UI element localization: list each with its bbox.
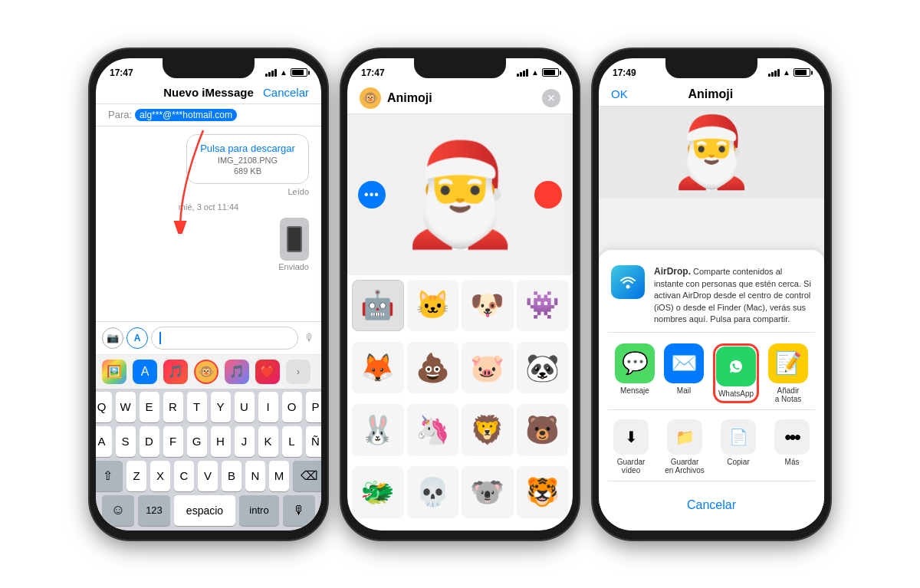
emoji-key[interactable]: ☺ [102, 495, 134, 526]
bar2-3 [771, 72, 774, 77]
to-email[interactable]: alg***@***hotmail.com [135, 109, 237, 121]
share-app-mail[interactable]: ✉️ Mail [664, 343, 704, 403]
key-intro[interactable]: intro [239, 495, 279, 526]
phone-2-screen: 17:47 ▲ [347, 58, 573, 531]
action-mas[interactable]: ••• Más [769, 419, 815, 475]
phone1-message-area: Pulsa para descargar IMG_2108.PNG 689 KB… [96, 126, 321, 321]
key-w[interactable]: W [116, 392, 136, 422]
phone-2: 17:47 ▲ [341, 49, 579, 540]
key-i[interactable]: I [258, 392, 278, 422]
appstore-icon[interactable]: A [127, 327, 148, 349]
bar4-2 [526, 69, 528, 77]
more-icon[interactable]: › [286, 360, 310, 384]
animoji-cell-dragon[interactable]: 🐲 [352, 466, 404, 518]
key-delete[interactable]: ⌫ [293, 461, 321, 491]
key-n[interactable]: N [245, 461, 265, 491]
key-h[interactable]: H [211, 426, 231, 457]
key-k[interactable]: K [258, 426, 278, 457]
ok-button[interactable]: OK [611, 87, 628, 100]
heartapp-icon[interactable]: ❤️ [255, 360, 280, 384]
key-g[interactable]: G [187, 426, 207, 457]
animoji-cell-koala[interactable]: 🐨 [462, 466, 514, 518]
key-d[interactable]: D [140, 426, 159, 457]
key-q[interactable]: Q [96, 392, 112, 422]
memoji-top-face: 🎅 [669, 112, 754, 192]
key-v[interactable]: V [198, 461, 218, 491]
guardar-archivos-icon: 📁 [667, 419, 702, 455]
key-r[interactable]: R [163, 392, 183, 422]
animoji-cell-cat[interactable]: 🐱 [407, 280, 459, 332]
key-c[interactable]: C [174, 461, 194, 491]
key-p[interactable]: P [306, 392, 322, 422]
airdrop-row: AirDrop. Comparte contenidos al instante… [608, 259, 815, 332]
animoji-cell-panda[interactable]: 🐼 [517, 342, 569, 394]
battery-fill-3 [795, 70, 807, 75]
battery-fill-1 [292, 70, 304, 75]
animoji-cell-skull[interactable]: 💀 [407, 466, 459, 518]
copiar-icon: 📄 [721, 419, 756, 455]
phone1-cancel-button[interactable]: Cancelar [263, 86, 309, 99]
key-s[interactable]: S [116, 426, 136, 457]
key-t[interactable]: T [187, 392, 207, 422]
close-button[interactable]: ✕ [542, 89, 560, 107]
key-shift[interactable]: ⇧ [96, 461, 123, 491]
key-n-tilde[interactable]: Ñ [306, 426, 322, 457]
bar1-3 [768, 74, 770, 77]
action-guardar-archivos[interactable]: 📁 Guardaren Archivos [662, 419, 708, 475]
action-guardar-video[interactable]: ⬇ Guardar vídeo [608, 419, 654, 475]
appstore-app-icon[interactable]: A [133, 360, 157, 384]
key-f[interactable]: F [163, 426, 183, 457]
mic-icon[interactable]: 🎙 [304, 332, 315, 344]
action-copiar[interactable]: 📄 Copiar [715, 419, 761, 475]
animoji-cell-dog[interactable]: 🐶 [462, 280, 514, 332]
animoji-cell-unicorn[interactable]: 🦄 [407, 404, 459, 456]
animoji-cell-poop[interactable]: 💩 [407, 342, 459, 394]
guardar-video-icon: ⬇ [613, 419, 649, 455]
message-input[interactable] [151, 327, 298, 350]
share-app-mensaje[interactable]: 💬 Mensaje [615, 343, 655, 403]
animoji-cell-bear[interactable]: 🐻 [517, 404, 569, 456]
phones-container: 17:47 ▲ [74, 34, 846, 555]
animoji-cell-fox[interactable]: 🦊 [352, 342, 404, 394]
keyboard-mic-key[interactable]: 🎙 [283, 495, 315, 526]
share-app-whatsapp[interactable]: WhatsApp [713, 343, 759, 403]
key-m[interactable]: M [269, 461, 289, 491]
cursor [159, 332, 161, 344]
to-label: Para: [108, 109, 132, 120]
more-button[interactable]: ••• [358, 181, 386, 209]
guardar-archivos-label: Guardaren Archivos [665, 458, 705, 475]
animoji-cell-robot[interactable]: 🤖 [352, 280, 404, 332]
animoji-icon[interactable]: 🐵 [194, 360, 219, 384]
cancel-button-sheet[interactable]: Cancelar [608, 489, 815, 521]
key-b[interactable]: B [222, 461, 242, 491]
animoji-cell-lion[interactable]: 🦁 [462, 404, 514, 456]
more-dots: ••• [364, 188, 380, 202]
itunes-icon[interactable]: 🎵 [225, 360, 249, 384]
photos-icon[interactable]: 🖼️ [102, 360, 127, 384]
key-j[interactable]: J [235, 426, 255, 457]
notch-1 [163, 58, 255, 78]
animoji-cell-rabbit[interactable]: 🐰 [352, 404, 404, 456]
airdrop-title: AirDrop. [654, 266, 691, 277]
key-123[interactable]: 123 [138, 495, 170, 526]
notas-label: Añadira Notas [775, 386, 801, 403]
key-e[interactable]: E [140, 392, 159, 422]
animoji-cell-alien[interactable]: 👾 [517, 280, 569, 332]
music-icon[interactable]: 🎵 [163, 360, 188, 384]
key-x[interactable]: X [150, 461, 170, 491]
key-u[interactable]: U [235, 392, 255, 422]
bar3-2 [523, 71, 525, 77]
share-app-notas[interactable]: 📝 Añadira Notas [768, 343, 808, 403]
key-space[interactable]: espacio [174, 495, 235, 526]
key-l[interactable]: L [282, 426, 302, 457]
key-z[interactable]: Z [127, 461, 146, 491]
key-a[interactable]: A [96, 426, 112, 457]
record-button[interactable] [534, 181, 562, 209]
key-o[interactable]: O [282, 392, 302, 422]
key-y[interactable]: Y [211, 392, 231, 422]
svg-point-1 [626, 285, 630, 289]
animoji-cell-pig[interactable]: 🐷 [462, 342, 514, 394]
camera-icon[interactable]: 📷 [102, 327, 123, 349]
animoji-cell-tiger[interactable]: 🐯 [517, 466, 569, 518]
bar2-2 [520, 72, 522, 77]
